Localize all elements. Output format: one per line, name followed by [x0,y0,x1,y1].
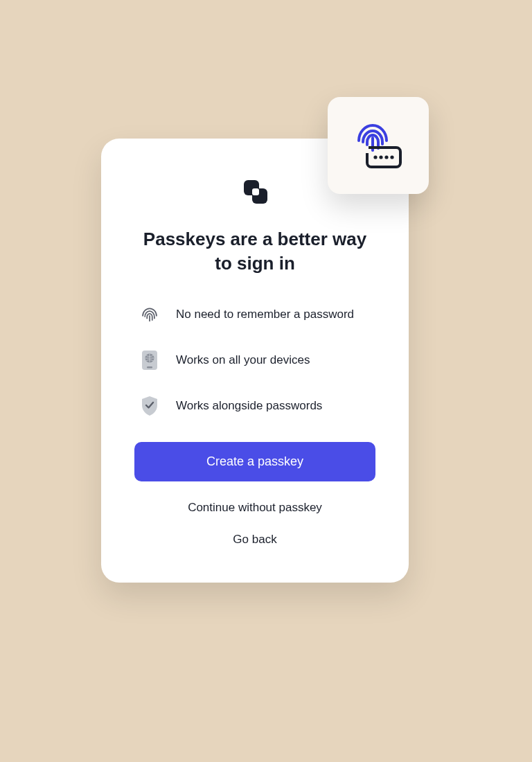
shield-check-icon [139,395,161,417]
create-passkey-button[interactable]: Create a passkey [134,442,375,481]
continue-without-passkey-button[interactable]: Continue without passkey [134,501,375,515]
svg-rect-2 [252,188,259,195]
device-globe-icon [139,349,161,371]
svg-point-8 [384,155,388,159]
benefit-item: Works on all your devices [139,349,375,371]
benefit-item: Works alongside passwords [139,395,375,417]
passkey-prompt-card: Passkeys are a better way to sign in No … [101,139,409,583]
benefit-label: Works on all your devices [176,353,310,367]
svg-point-7 [379,155,382,159]
fingerprint-icon [139,303,161,326]
svg-rect-5 [147,366,152,369]
benefit-list: No need to remember a password Works on … [134,303,375,417]
go-back-button[interactable]: Go back [134,533,375,547]
passkey-badge [328,97,429,194]
svg-point-9 [390,155,393,159]
svg-point-6 [373,155,377,159]
page-title: Passkeys are a better way to sign in [134,227,375,276]
benefit-label: Works alongside passwords [176,399,322,413]
benefit-label: No need to remember a password [176,308,354,321]
overlapping-squares-icon [238,177,272,208]
benefit-item: No need to remember a password [139,303,375,326]
fingerprint-passkey-icon [348,117,409,174]
